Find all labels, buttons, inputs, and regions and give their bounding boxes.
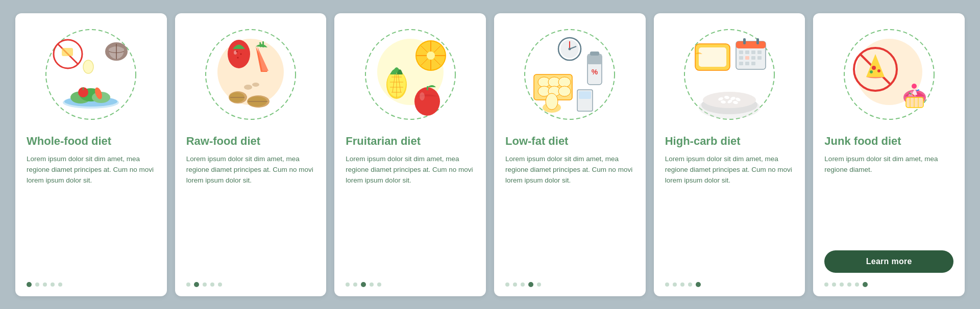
card-whole-food-dots (27, 282, 156, 287)
dot-2 (673, 282, 677, 287)
dot-4 (370, 282, 374, 287)
dot-5 (58, 282, 62, 287)
fruitarian-icon (362, 26, 459, 123)
svg-rect-81 (751, 50, 755, 54)
card-junk-food-body: Lorem ipsum dolor sit dim amet, mea regi… (824, 154, 953, 243)
card-high-carb-dots (665, 282, 794, 287)
dot-4 (847, 282, 851, 287)
card-whole-food-body: Lorem ipsum dolor sit dim amet, mea regi… (27, 154, 156, 273)
dot-3 (840, 282, 844, 287)
svg-rect-23 (262, 41, 264, 47)
dot-2 (353, 282, 357, 287)
card-raw-food-body: Lorem ipsum dolor sit dim amet, mea regi… (186, 154, 315, 273)
svg-rect-84 (745, 56, 749, 60)
card-raw-food: Raw-food diet Lorem ipsum dolor sit dim … (175, 13, 327, 296)
svg-point-40 (427, 52, 435, 60)
svg-rect-87 (739, 62, 743, 65)
svg-point-16 (217, 39, 284, 105)
card-whole-food: Whole-food diet Lorem ipsum dolor sit di… (15, 13, 167, 296)
cards-container: Whole-food diet Lorem ipsum dolor sit di… (15, 13, 965, 296)
svg-rect-79 (739, 50, 743, 54)
svg-point-20 (240, 53, 242, 55)
dot-5 (377, 282, 381, 287)
card-raw-food-dots (186, 282, 315, 287)
junk-food-illustration (824, 23, 953, 125)
svg-point-108 (870, 70, 873, 73)
svg-rect-77 (743, 38, 746, 44)
whole-food-icon (42, 26, 139, 123)
raw-food-illustration (186, 23, 315, 125)
svg-text:%: % (592, 68, 598, 76)
fruitarian-illustration (346, 23, 475, 125)
dot-1 (824, 282, 828, 287)
dot-2 (513, 282, 517, 287)
card-junk-food: Junk food diet Lorem ipsum dolor sit dim… (813, 13, 965, 296)
svg-rect-11 (62, 48, 73, 56)
svg-point-17 (228, 40, 250, 68)
card-junk-food-dots (824, 282, 953, 287)
learn-more-button[interactable]: Learn more (824, 250, 953, 273)
card-low-fat: % Low-fat diet Lorem ipsum dolor sit dim… (494, 13, 646, 296)
dot-2 (832, 282, 836, 287)
low-fat-icon: % (521, 26, 618, 123)
svg-rect-73 (579, 91, 591, 99)
card-low-fat-dots (505, 282, 634, 287)
dot-1 (665, 282, 669, 287)
card-fruitarian-body: Lorem ipsum dolor sit dim amet, mea regi… (346, 154, 475, 273)
dot-4 (688, 282, 692, 287)
svg-rect-51 (427, 86, 428, 90)
card-fruitarian-title: Fruitarian diet (346, 135, 421, 148)
svg-rect-82 (757, 50, 762, 54)
dot-1 (27, 282, 32, 287)
whole-food-illustration (27, 23, 156, 125)
dot-5 (537, 282, 541, 287)
raw-food-icon (202, 26, 299, 123)
svg-point-31 (252, 83, 259, 87)
svg-rect-85 (751, 56, 755, 60)
svg-rect-76 (736, 41, 766, 48)
svg-rect-111 (906, 97, 923, 108)
svg-rect-61 (590, 52, 599, 56)
dot-2 (194, 282, 199, 287)
junk-food-icon (841, 26, 938, 123)
dot-2 (35, 282, 39, 287)
svg-point-66 (558, 77, 571, 87)
card-high-carb: High-carb diet Lorem ipsum dolor sit dim… (654, 13, 805, 296)
svg-point-107 (877, 69, 880, 72)
svg-rect-7 (83, 87, 84, 90)
dot-3 (680, 282, 684, 287)
dot-5 (218, 282, 222, 287)
card-low-fat-title: Low-fat diet (505, 135, 568, 148)
svg-rect-80 (745, 50, 749, 54)
dot-5 (855, 282, 859, 287)
svg-rect-86 (757, 56, 762, 60)
svg-rect-78 (756, 38, 759, 44)
svg-rect-83 (739, 56, 743, 60)
card-fruitarian-dots (346, 282, 475, 287)
dot-4 (210, 282, 214, 287)
card-high-carb-title: High-carb diet (665, 135, 741, 148)
dot-3 (43, 282, 47, 287)
high-carb-illustration (665, 23, 794, 125)
svg-point-69 (558, 86, 571, 96)
svg-point-19 (236, 50, 238, 52)
svg-rect-88 (745, 62, 749, 65)
dot-6 (863, 282, 868, 287)
dot-1 (505, 282, 509, 287)
dot-4 (51, 282, 55, 287)
svg-point-14 (83, 60, 93, 73)
svg-point-58 (569, 47, 571, 50)
dot-1 (186, 282, 190, 287)
card-whole-food-title: Whole-food diet (27, 135, 111, 148)
dot-3 (361, 282, 366, 287)
dot-4 (528, 282, 533, 287)
dot-5 (696, 282, 701, 287)
dot-3 (203, 282, 207, 287)
svg-point-110 (912, 84, 917, 89)
svg-rect-89 (751, 62, 755, 65)
dot-3 (521, 282, 525, 287)
svg-point-94 (703, 92, 756, 108)
low-fat-illustration: % (505, 23, 634, 125)
svg-point-71 (546, 93, 558, 110)
card-low-fat-body: Lorem ipsum dolor sit dim amet, mea regi… (505, 154, 634, 273)
